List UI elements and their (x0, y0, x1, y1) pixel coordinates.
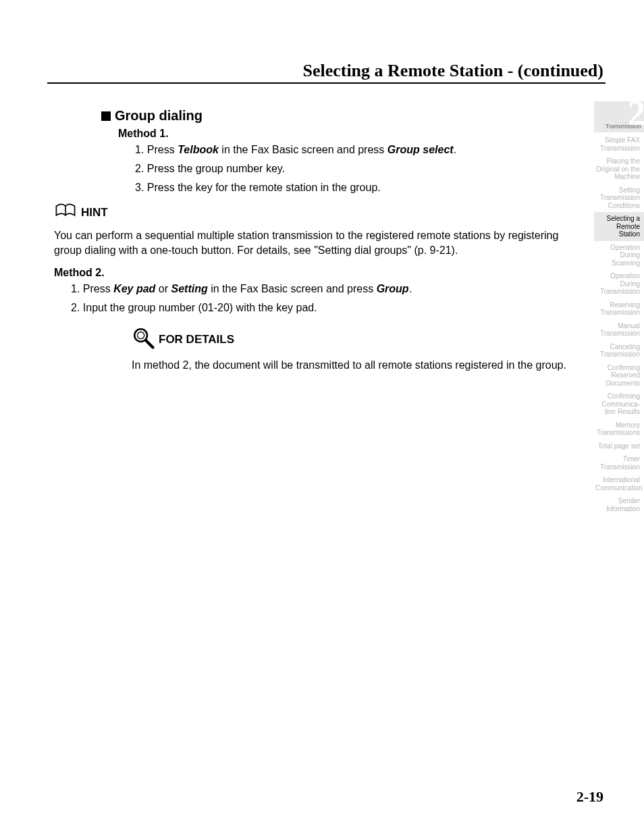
hint-title: HINT (81, 206, 108, 219)
sidebar-item[interactable]: Setting Transmission Conditions (594, 184, 644, 213)
hint-callout: HINT (54, 202, 574, 223)
sidebar-item[interactable]: Selecting a Remote Station (594, 212, 644, 241)
sidebar-item[interactable]: Operation During Scanning (594, 241, 644, 270)
chapter-tab[interactable]: 2 Transmission (594, 101, 644, 132)
page: Selecting a Remote Station - (continued)… (0, 0, 644, 834)
chapter-label: Transmission (597, 123, 641, 130)
svg-point-2 (138, 332, 144, 339)
sidebar-item[interactable]: Timer Transmission (594, 452, 644, 473)
list-item: 2. Press the group number key. (135, 163, 574, 175)
sidebar-item[interactable]: Operation During Transmission (594, 269, 644, 298)
sidebar-item[interactable]: Total page set (594, 440, 644, 453)
sidebar-tabs: 2 Transmission Simple FAX TransmissionPl… (594, 101, 644, 515)
body-content: Group dialing Method 1. 1. Press Telbook… (101, 108, 574, 382)
magnifier-icon (132, 326, 155, 353)
sidebar-item[interactable]: Memory Transmissions (594, 419, 644, 440)
sidebar-item[interactable]: Canceling Transmission (594, 340, 644, 361)
sidebar-item[interactable]: Sender Information (594, 494, 644, 515)
page-title: Selecting a Remote Station - (continued) (47, 61, 603, 81)
method-2-steps: 1. Press Key pad or Setting in the Fax B… (37, 283, 574, 314)
sidebar-item[interactable]: Reserving Transmission (594, 298, 644, 319)
details-title: FOR DETAILS (159, 333, 234, 346)
section-heading-text: Group dialing (115, 108, 203, 124)
bullet-square-icon (101, 111, 111, 121)
method-1-steps: 1. Press Telbook in the Fax Basic screen… (101, 144, 574, 194)
details-callout: FOR DETAILS (132, 326, 574, 353)
sidebar-item[interactable]: Manual Transmission (594, 319, 644, 340)
method-1-label: Method 1. (118, 128, 574, 140)
page-number: 2-19 (576, 788, 603, 806)
sidebar-item[interactable]: International Communication (594, 473, 644, 494)
sidebar-item[interactable]: Placing the Original on the Machine (594, 155, 644, 184)
book-icon (54, 202, 77, 223)
header-rule (47, 82, 606, 84)
sidebar-item[interactable]: Simple FAX Transmission (594, 134, 644, 155)
hint-body: You can perform a sequential multiple st… (54, 228, 574, 257)
section-heading: Group dialing (101, 108, 574, 124)
sidebar-item[interactable]: Confirming Communica- tion Results (594, 390, 644, 419)
method-2-label: Method 2. (54, 267, 574, 279)
list-item: 1. Press Telbook in the Fax Basic screen… (135, 144, 574, 156)
list-item: 3. Press the key for the remote station … (135, 182, 574, 194)
list-item: 1. Press Key pad or Setting in the Fax B… (71, 283, 574, 295)
svg-line-3 (146, 340, 153, 347)
sidebar-item[interactable]: Confirming Reserved Documents (594, 361, 644, 390)
list-item: 2. Input the group number (01-20) with t… (71, 302, 574, 314)
details-body: In method 2, the document will be transm… (132, 358, 574, 373)
